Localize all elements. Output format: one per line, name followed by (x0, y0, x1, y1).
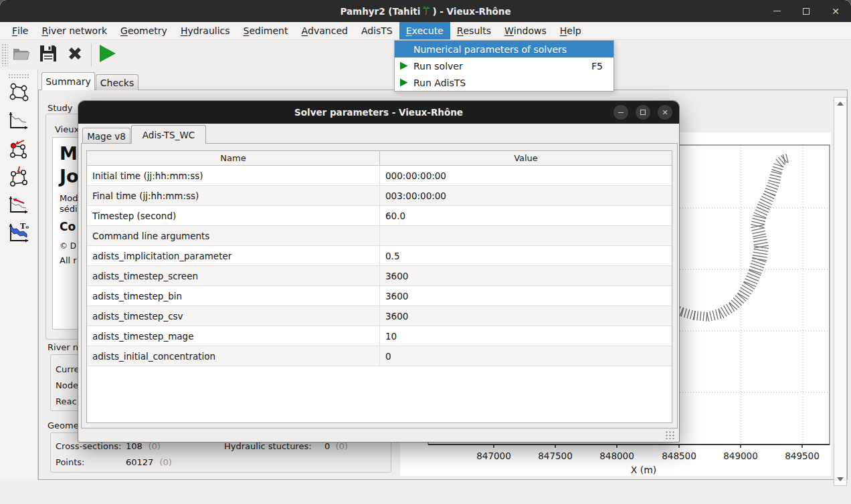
param-value-cell[interactable]: 10 (380, 326, 672, 346)
menu-item-label: Run AdisTS (413, 78, 608, 88)
solver-parameters-table: Name Value Initial time (jj:hh:mm:ss)000… (86, 150, 672, 423)
tab-checks[interactable]: Checks (96, 74, 138, 90)
param-name-cell: adists_timestep_bin (87, 286, 380, 305)
menubar-item-results[interactable]: Results (450, 22, 498, 39)
menubar-item-help[interactable]: Help (553, 22, 588, 39)
dialog-title: Solver parameters - Vieux-Rhône (294, 107, 463, 118)
profile-chart-icon (8, 110, 29, 133)
param-name-cell: adists_initial_concentration (87, 346, 380, 366)
param-name-cell: Command line arguments (87, 226, 380, 245)
open-study-button[interactable] (8, 42, 35, 68)
study-name-tab[interactable]: Vieux (55, 124, 79, 134)
network-icon (8, 82, 29, 106)
menubar-item-river-network[interactable]: River network (35, 22, 114, 39)
initial-conditions-tool[interactable] (4, 193, 33, 219)
param-name-cell: Timestep (second) (87, 206, 380, 225)
table-row[interactable]: Final time (jj:hh:mm:ss)003:00:00:00 (87, 186, 672, 206)
column-header-name[interactable]: Name (87, 151, 380, 165)
param-value-cell[interactable]: 3600 (380, 266, 672, 285)
study-text-fragment: © D (60, 241, 76, 251)
param-value-cell[interactable] (380, 226, 672, 245)
menu-item-run-solver[interactable]: Run solverF5 (395, 57, 613, 74)
x-tick-label: 847000 (476, 451, 511, 461)
dialog-resize-grip[interactable] (665, 430, 675, 439)
menubar-item-sediment[interactable]: Sediment (237, 22, 295, 39)
geometry-stat: Hydraulic stuctures:0(0) (224, 441, 312, 451)
menu-item-run-adists[interactable]: Run AdisTS (395, 74, 613, 91)
boundary-conditions-tool[interactable] (4, 136, 33, 163)
dialog-minimize-button[interactable] (613, 105, 628, 120)
param-value-cell[interactable]: 000:00:00:00 (380, 166, 672, 185)
vertical-scrollbar[interactable] (834, 97, 847, 486)
menu-shortcut: F5 (591, 61, 608, 72)
param-value-cell[interactable]: 60.0 (380, 206, 672, 225)
param-name-cell: adists_implicitation_parameter (87, 246, 380, 265)
scroll-up-icon[interactable] (837, 102, 844, 106)
study-text-fragment: All r (60, 255, 77, 265)
run-solver-button[interactable] (94, 42, 121, 68)
scroll-down-icon[interactable] (837, 477, 844, 481)
sidebar-drag-handle[interactable] (8, 74, 29, 79)
toolbar-drag-handle[interactable] (1, 43, 8, 66)
table-row[interactable]: adists_timestep_bin3600 (87, 286, 672, 306)
save-study-button[interactable] (35, 42, 62, 68)
run-icon (400, 78, 409, 87)
param-name-cell: Final time (jj:hh:mm:ss) (87, 186, 380, 205)
folder-open-icon (12, 45, 31, 64)
tab-summary[interactable]: Summary (41, 72, 95, 90)
dialog-tab-mage-v8[interactable]: Mage v8 (82, 128, 130, 144)
river-network-row: Node (56, 380, 78, 390)
dialog-maximize-button[interactable] (636, 105, 650, 120)
geometry-profile-tool[interactable] (4, 108, 33, 135)
stat-value: 60127 (126, 457, 153, 467)
stricklers-tool[interactable]: T₀ (4, 221, 33, 247)
table-row[interactable]: adists_implicitation_parameter0.5 (87, 246, 672, 266)
param-value-cell[interactable]: 3600 (380, 306, 672, 326)
table-row[interactable]: Command line arguments (87, 226, 672, 246)
app-window: Pamhyr2 (Tahiti ) - Vieux-Rhône ✕ FileRi… (0, 0, 851, 504)
column-header-value[interactable]: Value (380, 151, 672, 165)
stat-label: Cross-sections: (56, 441, 121, 451)
dialog-close-button[interactable]: ✕ (658, 105, 672, 120)
table-row[interactable]: adists_initial_concentration0 (87, 346, 672, 366)
menu-item-numerical-parameters-of-solvers[interactable]: Numerical parameters of solvers (395, 41, 613, 57)
table-row[interactable]: adists_timestep_screen3600 (87, 266, 672, 286)
table-row[interactable]: Timestep (second)60.0 (87, 206, 672, 226)
menubar-item-hydraulics[interactable]: Hydraulics (174, 22, 237, 39)
param-value-cell[interactable]: 3600 (380, 286, 672, 305)
lateral-contributions-tool[interactable] (4, 164, 33, 191)
param-value-cell[interactable]: 003:00:00:00 (380, 186, 672, 205)
param-value-cell[interactable]: 0 (380, 346, 672, 366)
menubar-item-geometry[interactable]: Geometry (114, 22, 174, 39)
save-icon (39, 45, 57, 65)
stat-value: 108 (126, 441, 143, 451)
menubar-item-adists[interactable]: AdisTS (355, 22, 399, 39)
palm-tree-icon (421, 5, 431, 17)
titlebar[interactable]: Pamhyr2 (Tahiti ) - Vieux-Rhône ✕ (0, 0, 851, 22)
menubar-item-file[interactable]: File (5, 22, 35, 39)
run-icon (99, 44, 116, 66)
table-row[interactable]: Initial time (jj:hh:mm:ss)000:00:00:00 (87, 166, 672, 186)
table-row[interactable]: adists_timestep_mage10 (87, 326, 672, 346)
menubar-item-windows[interactable]: Windows (498, 22, 553, 39)
close-study-button[interactable] (62, 42, 88, 68)
river-network-tool[interactable] (4, 80, 33, 107)
dialog-tab-adis-ts-wc[interactable]: Adis-TS_WC (131, 125, 206, 144)
river-network-row: Reac (56, 396, 77, 406)
maximize-button[interactable] (799, 4, 814, 19)
geometry-stat: Points:60127(0) (56, 457, 84, 467)
stat-badge: (0) (336, 441, 348, 451)
param-value-cell[interactable]: 0.5 (380, 246, 672, 265)
minimize-button[interactable] (769, 4, 784, 19)
table-row[interactable]: adists_timestep_csv3600 (87, 306, 672, 326)
t0-chart-icon: T₀ (7, 222, 30, 246)
close-button[interactable]: ✕ (828, 4, 843, 19)
x-tick-label: 847500 (538, 451, 573, 461)
menubar-item-advanced[interactable]: Advanced (294, 22, 354, 39)
menubar: FileRiver networkGeometryHydraulicsSedim… (0, 22, 851, 40)
geometry-stat: Cross-sections:108(0) (56, 441, 121, 451)
study-text-fragment: Mod (60, 193, 78, 203)
menubar-item-execute[interactable]: Execute (399, 22, 450, 39)
dialog-titlebar[interactable]: Solver parameters - Vieux-Rhône ✕ (78, 101, 679, 124)
x-tick-label: 849500 (785, 451, 820, 461)
